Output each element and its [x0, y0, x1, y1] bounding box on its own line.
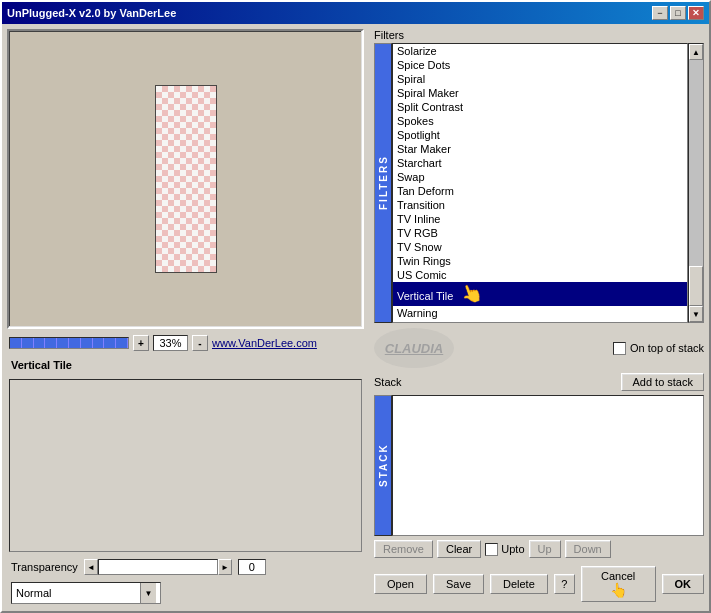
- mode-container: Normal ▼: [7, 580, 364, 606]
- remove-button[interactable]: Remove: [374, 540, 433, 558]
- add-to-stack-button[interactable]: Add to stack: [621, 373, 704, 391]
- on-top-checkbox-container: On top of stack: [613, 342, 704, 355]
- up-button[interactable]: Up: [529, 540, 561, 558]
- save-button[interactable]: Save: [433, 574, 484, 594]
- mode-dropdown[interactable]: Normal ▼: [11, 582, 161, 604]
- filter-item-tan-deform[interactable]: Tan Deform: [393, 184, 687, 198]
- filter-item-starchart[interactable]: Starchart: [393, 156, 687, 170]
- filter-item-star-maker[interactable]: Star Maker: [393, 142, 687, 156]
- filter-item-split-contrast[interactable]: Split Contrast: [393, 100, 687, 114]
- current-filter-name: Vertical Tile: [7, 357, 364, 377]
- left-panel: + 33% - www.VanDerLee.com Vertical Tile …: [2, 24, 369, 611]
- stack-buttons: Remove Clear Upto Up Down: [374, 536, 704, 562]
- delete-button[interactable]: Delete: [490, 574, 548, 594]
- stack-label: Stack: [374, 376, 402, 388]
- filters-list[interactable]: Solarize Spice Dots Spiral Spiral Maker …: [392, 43, 688, 323]
- filter-item-spokes[interactable]: Spokes: [393, 114, 687, 128]
- claudia-logo: CLAUDIA: [374, 328, 454, 368]
- filters-sidebar-label: FILTERS: [374, 43, 392, 323]
- right-panel: Filters FILTERS Solarize Spice Dots Spir…: [369, 24, 709, 611]
- filter-item-warning[interactable]: Warning: [393, 306, 687, 320]
- cursor-icon: 👆: [457, 280, 485, 308]
- filter-item-wavemaker[interactable]: Wavemaker: [393, 320, 687, 323]
- slider-left-arrow[interactable]: ◄: [84, 559, 98, 575]
- filters-label: Filters: [374, 29, 704, 41]
- cancel-icon: 👆: [610, 582, 627, 598]
- parameters-panel: [9, 379, 362, 552]
- cancel-button[interactable]: Cancel👆: [581, 566, 656, 602]
- filters-items: Solarize Spice Dots Spiral Spiral Maker …: [393, 44, 687, 323]
- on-top-checkbox[interactable]: [613, 342, 626, 355]
- filter-item-solarize[interactable]: Solarize: [393, 44, 687, 58]
- title-bar: UnPlugged-X v2.0 by VanDerLee − □ ✕: [2, 2, 709, 24]
- scrollbar-track: [689, 60, 703, 306]
- transparency-value[interactable]: 0: [238, 559, 266, 575]
- upto-container: Upto: [485, 543, 524, 556]
- filter-item-spiral-maker[interactable]: Spiral Maker: [393, 86, 687, 100]
- filter-item-transition[interactable]: Transition: [393, 198, 687, 212]
- filter-item-tv-snow[interactable]: TV Snow: [393, 240, 687, 254]
- stack-container: STACK: [374, 395, 704, 536]
- stack-header: Stack Add to stack: [374, 373, 704, 391]
- zoom-bar: + 33% - www.VanDerLee.com: [7, 329, 364, 357]
- main-window: UnPlugged-X v2.0 by VanDerLee − □ ✕: [0, 0, 711, 613]
- zoom-increase-button[interactable]: +: [133, 335, 149, 351]
- clear-button[interactable]: Clear: [437, 540, 481, 558]
- slider-right-arrow[interactable]: ►: [218, 559, 232, 575]
- filter-item-spice-dots[interactable]: Spice Dots: [393, 58, 687, 72]
- filter-item-vertical-tile[interactable]: Vertical Tile 👆: [393, 282, 687, 306]
- scrollbar-thumb[interactable]: [689, 266, 703, 306]
- filters-section: Filters FILTERS Solarize Spice Dots Spir…: [374, 29, 704, 323]
- stack-section: Stack Add to stack STACK Remove Clear Up…: [374, 373, 704, 562]
- ok-button[interactable]: OK: [662, 574, 705, 594]
- zoom-decrease-button[interactable]: -: [192, 335, 208, 351]
- filters-container: FILTERS Solarize Spice Dots Spiral Spira…: [374, 43, 704, 323]
- bottom-controls: Transparency ◄ ► 0: [7, 554, 364, 580]
- website-link[interactable]: www.VanDerLee.com: [212, 337, 317, 349]
- claudia-text: CLAUDIA: [385, 341, 444, 356]
- down-button[interactable]: Down: [565, 540, 611, 558]
- help-button[interactable]: ?: [554, 574, 575, 594]
- window-title: UnPlugged-X v2.0 by VanDerLee: [7, 7, 176, 19]
- zoom-track-inner: [10, 338, 128, 348]
- mode-value: Normal: [16, 587, 51, 599]
- dropdown-arrow-icon: ▼: [140, 583, 156, 603]
- zoom-track: [9, 337, 129, 349]
- filter-item-spiral[interactable]: Spiral: [393, 72, 687, 86]
- zoom-value: 33%: [153, 335, 188, 351]
- title-bar-controls: − □ ✕: [652, 6, 704, 20]
- scrollbar-up-button[interactable]: ▲: [689, 44, 703, 60]
- stack-sidebar-label: STACK: [374, 395, 392, 536]
- filter-item-swap[interactable]: Swap: [393, 170, 687, 184]
- main-content: + 33% - www.VanDerLee.com Vertical Tile …: [2, 24, 709, 611]
- canvas-area: [7, 29, 364, 329]
- preview-image: [155, 85, 217, 273]
- filters-scrollbar: ▲ ▼: [688, 43, 704, 323]
- minimize-button[interactable]: −: [652, 6, 668, 20]
- maximize-button[interactable]: □: [670, 6, 686, 20]
- stack-list[interactable]: [392, 395, 704, 536]
- on-top-label: On top of stack: [630, 342, 704, 354]
- upto-checkbox[interactable]: [485, 543, 498, 556]
- transparency-slider[interactable]: [98, 559, 218, 575]
- filter-item-tv-inline[interactable]: TV Inline: [393, 212, 687, 226]
- upto-label: Upto: [501, 543, 524, 555]
- filter-item-us-comic[interactable]: US Comic: [393, 268, 687, 282]
- open-button[interactable]: Open: [374, 574, 427, 594]
- slider-container: ◄ ►: [84, 559, 232, 575]
- filter-item-tv-rgb[interactable]: TV RGB: [393, 226, 687, 240]
- claudia-area: CLAUDIA On top of stack: [374, 323, 704, 373]
- close-button[interactable]: ✕: [688, 6, 704, 20]
- bottom-actions: Open Save Delete ? Cancel👆 OK: [374, 562, 704, 606]
- transparency-label: Transparency: [11, 561, 78, 573]
- filter-item-twin-rings[interactable]: Twin Rings: [393, 254, 687, 268]
- filter-item-spotlight[interactable]: Spotlight: [393, 128, 687, 142]
- scrollbar-down-button[interactable]: ▼: [689, 306, 703, 322]
